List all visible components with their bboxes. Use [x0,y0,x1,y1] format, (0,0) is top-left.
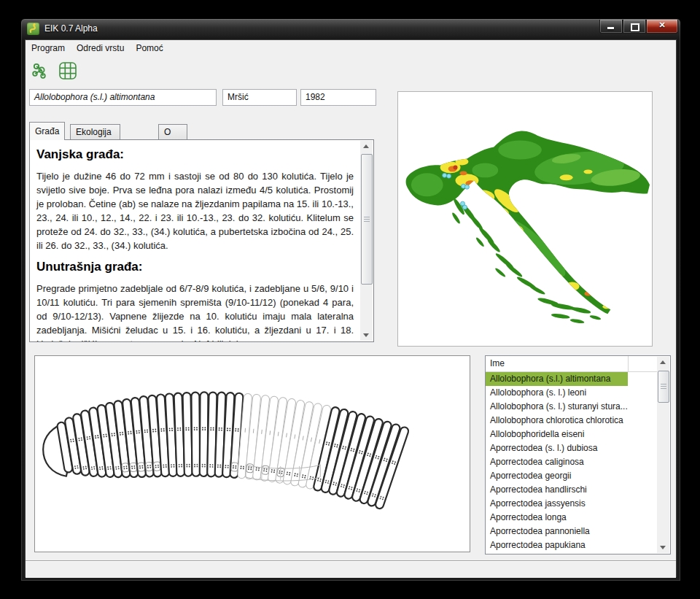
list-item[interactable]: Aporrectodea caliginosa [486,455,657,469]
menu-pomoc[interactable]: Pomoć [130,40,168,56]
title-bar[interactable]: EIK 0.7 Alpha ✕ [21,19,680,39]
section-body-vanjska: Tijelo je dužine 46 do 72 mm i sastoji s… [36,169,354,252]
taxonomy-network-icon [30,61,49,80]
croatia-elevation-map [398,92,652,346]
desktop-background: EIK 0.7 Alpha ✕ Program Odredi vrstu Pom… [0,0,700,599]
description-text: Vanjska građa: Tijelo je dužine 46 do 72… [36,142,354,342]
year-field[interactable]: 1982 [300,89,376,106]
window-title: EIK 0.7 Alpha [44,23,98,34]
tab-grada[interactable]: Građa [29,122,65,140]
croatia-map-panel [397,91,653,347]
list-item[interactable]: Aporrectodea handlirschi [486,483,657,497]
list-item[interactable]: Allolobophora chlorotica chlorotica [486,414,657,428]
list-item[interactable]: Aporrectodea pannoniella [486,525,657,538]
tab-o-rodu[interactable]: O rodu [158,124,187,140]
list-item[interactable]: Allolobophora (s. l.) leoni [486,386,657,400]
list-item[interactable]: Allolobophora (s.l.) altimontana [486,372,628,386]
list-item[interactable]: Aporrectodea georgii [486,469,657,483]
client-area: Program Odredi vrstu Pomoć [25,39,677,577]
minimize-icon [607,27,614,29]
app-icon [27,23,39,35]
description-textbox[interactable]: Vanjska građa: Tijelo je dužine 46 do 72… [29,139,374,342]
species-list[interactable]: Ime Allolobophora (s.l.) altimontana All… [485,355,671,554]
tab-ekologija[interactable]: Ekologija i raširenost [70,124,120,140]
text-scrollbar[interactable] [360,141,373,341]
menu-bar: Program Odredi vrstu Pomoć [26,40,676,56]
minimize-button[interactable] [599,20,623,34]
grid-table-icon [58,61,78,80]
scroll-down-icon[interactable] [657,541,669,553]
list-scrollbar-thumb[interactable] [658,371,669,403]
list-item[interactable]: Aporrectodea longa [486,511,657,525]
scroll-up-icon[interactable] [360,141,373,152]
close-button[interactable]: ✕ [646,20,678,34]
text-scrollbar-thumb[interactable] [361,154,373,285]
list-item[interactable]: Allolobophora (s. l.) sturanyi stura... [486,400,657,414]
list-column-header[interactable]: Ime [486,356,657,372]
toolbar-button-grid[interactable] [58,61,78,83]
list-scrollbar[interactable] [657,357,669,553]
author-field[interactable]: Mršić [222,89,297,106]
app-window: EIK 0.7 Alpha ✕ Program Odredi vrstu Pom… [20,18,681,581]
list-rows: Allolobophora (s.l.) altimontana Allolob… [486,372,657,554]
maximize-icon [631,23,639,31]
worm-svg [35,356,470,552]
list-item[interactable]: Aporrectodea (s. l.) dubiosa [486,441,657,455]
adriatic-islands [451,198,602,325]
species-name-field[interactable]: Allolobophora (s.l.) altimontana [29,89,217,106]
section-title-vanjska: Vanjska građa: [36,147,354,162]
menu-program[interactable]: Program [26,40,71,56]
scroll-up-icon[interactable] [657,357,669,368]
maximize-button[interactable] [623,20,646,34]
toolbar-button-network[interactable] [30,61,49,83]
column-divider[interactable] [628,356,629,371]
status-strip [26,560,676,578]
close-icon: ✕ [647,20,677,30]
section-title-unutrasnja: Unutrašnja građa: [36,260,354,274]
scroll-down-icon[interactable] [360,329,373,341]
list-item[interactable]: Aporrectodea papukiana [486,538,657,552]
section-body-unutrasnja: Pregrade primjetno zadebljale od 6/7-8/9… [36,282,354,342]
list-item[interactable]: Allolobophoridella eiseni [486,428,657,441]
menu-odredi-vrstu[interactable]: Odredi vrstu [71,40,130,56]
worm-diagram-panel [34,355,470,552]
list-item[interactable]: Aporrectodea jassyensis [486,497,657,511]
